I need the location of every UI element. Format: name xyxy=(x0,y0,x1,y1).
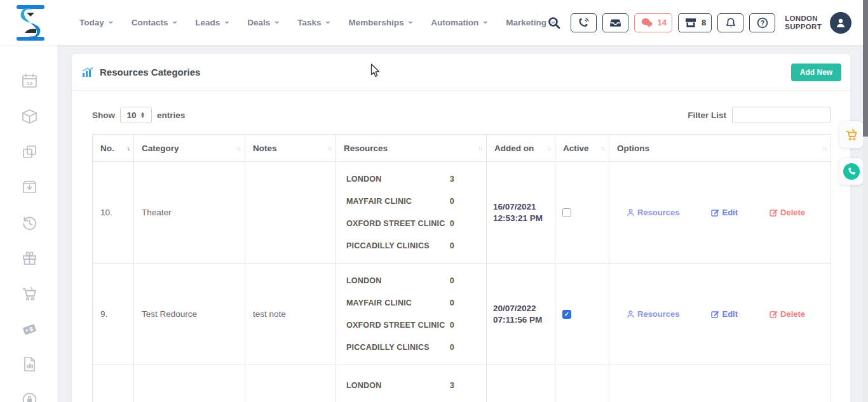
cell-active xyxy=(555,162,609,264)
svg-text:?: ? xyxy=(761,19,764,26)
table-header-row: No.↑↓ Category↑↓ Notes↑↓ Resources↑↓ Add… xyxy=(93,135,831,162)
delete-link[interactable]: Delete xyxy=(770,208,805,217)
resources-categories-card: Resources Categories Add New Show 10 ▲▼ … xyxy=(72,54,850,402)
cell-no: 9. xyxy=(93,264,134,365)
menu-today[interactable]: Today⌄ xyxy=(79,18,114,27)
cell-notes xyxy=(245,365,336,402)
inbox-button[interactable] xyxy=(602,13,628,32)
user-avatar[interactable] xyxy=(830,12,851,34)
secure-icon[interactable] xyxy=(21,391,38,402)
gift-icon[interactable] xyxy=(21,250,38,267)
cell-category: Theater xyxy=(134,162,245,264)
chevron-down-icon: ⌄ xyxy=(325,18,332,23)
active-checkbox[interactable] xyxy=(562,208,571,217)
phone-ring-icon xyxy=(577,17,590,29)
chat-count-badge: 14 xyxy=(658,18,667,27)
cell-active xyxy=(555,365,609,402)
scrollbar-thumb[interactable] xyxy=(863,0,868,137)
resource-line: LONDON0 xyxy=(346,270,454,292)
delete-link[interactable]: Delete xyxy=(770,309,805,319)
search-icon[interactable] xyxy=(547,16,561,30)
package-icon[interactable] xyxy=(21,108,38,125)
calls-button[interactable] xyxy=(571,13,597,32)
resource-line: PICCADILLY CLINICS0 xyxy=(346,235,454,257)
cell-category xyxy=(134,365,245,402)
menu-leads[interactable]: Leads⌄ xyxy=(195,18,230,27)
bell-icon xyxy=(724,17,737,29)
edit-icon xyxy=(711,310,719,318)
menu-memberships[interactable]: Memberships⌄ xyxy=(348,18,414,27)
resource-line: OXFORD STREET CLINIC0 xyxy=(346,314,454,337)
page-scrollbar[interactable] xyxy=(863,0,868,402)
header-category[interactable]: Category↑↓ xyxy=(134,135,245,162)
app-logo-icon[interactable] xyxy=(14,4,47,42)
chevron-down-icon: ⌄ xyxy=(273,18,280,23)
cell-added-on: 16/07/202112:53:21 PM xyxy=(487,162,555,264)
resource-line: LONDON3 xyxy=(346,168,454,191)
chevron-down-icon: ⌄ xyxy=(223,18,230,23)
top-navbar: Today⌄ Contacts⌄ Leads⌄ Deals⌄ Tasks⌄ Me… xyxy=(0,0,868,45)
report-icon[interactable] xyxy=(21,356,38,373)
table-controls: Show 10 ▲▼ entries Filter List xyxy=(92,107,831,123)
header-options[interactable]: Options↑↓ xyxy=(609,135,831,162)
coupon-icon[interactable]: $ xyxy=(21,321,38,338)
edit-link[interactable]: Edit xyxy=(711,309,738,319)
page-size-select[interactable]: 10 ▲▼ xyxy=(120,107,152,123)
resources-categories-table: No.↑↓ Category↑↓ Notes↑↓ Resources↑↓ Add… xyxy=(92,134,831,402)
chevron-down-icon: ⌄ xyxy=(407,18,414,23)
cart-icon[interactable] xyxy=(21,285,38,302)
cell-added-on: 20/07/202207:11:56 PM xyxy=(487,264,555,365)
notifications-button[interactable] xyxy=(717,13,743,32)
table-row: 10. Theater LONDON3 MAYFAIR CLINIC0 OXFO… xyxy=(93,162,831,264)
store-button[interactable]: 8 xyxy=(678,13,712,32)
store-icon xyxy=(684,17,698,29)
edit-link[interactable]: Edit xyxy=(711,208,738,217)
chat-button[interactable]: 14 xyxy=(634,13,672,32)
show-label: Show xyxy=(92,111,115,120)
quick-cart-button[interactable] xyxy=(839,121,863,148)
menu-deals[interactable]: Deals⌄ xyxy=(247,18,280,27)
cell-no xyxy=(93,365,134,402)
card-header: Resources Categories Add New xyxy=(72,54,850,91)
menu-contacts[interactable]: Contacts⌄ xyxy=(132,18,179,27)
resources-link[interactable]: Resources xyxy=(627,309,679,319)
delete-icon xyxy=(770,208,778,217)
cell-notes xyxy=(245,162,336,264)
cell-options xyxy=(609,365,831,402)
calendar-icon[interactable]: 12 xyxy=(21,72,38,90)
chat-bubbles-icon xyxy=(640,17,654,29)
cell-resources: LONDON3 MAYFAIR CLINIC0 xyxy=(336,365,487,402)
entries-label: entries xyxy=(157,111,185,120)
header-resources[interactable]: Resources↑↓ xyxy=(336,135,487,162)
help-button[interactable]: ? xyxy=(749,13,775,32)
resource-line: PICCADILLY CLINICS0 xyxy=(346,337,454,359)
delete-icon xyxy=(770,310,778,318)
filter-input[interactable] xyxy=(732,107,831,123)
resources-link[interactable]: Resources xyxy=(627,208,679,217)
cell-notes: test note xyxy=(245,264,336,365)
table-row: 9. Test Redource test note LONDON0 MAYFA… xyxy=(93,264,831,365)
header-no[interactable]: No.↑↓ xyxy=(93,135,134,162)
page-title: Resources Categories xyxy=(81,67,200,78)
booking-icon[interactable] xyxy=(21,178,38,196)
copy-icon[interactable] xyxy=(21,144,38,161)
person-icon xyxy=(834,17,847,29)
quick-phone-button[interactable] xyxy=(839,158,863,185)
add-new-button[interactable]: Add New xyxy=(791,64,841,81)
chevron-down-icon: ⌄ xyxy=(171,18,178,23)
header-notes[interactable]: Notes↑↓ xyxy=(245,135,336,162)
cell-active: ✓ xyxy=(555,264,609,365)
menu-tasks[interactable]: Tasks⌄ xyxy=(297,18,331,27)
chevron-down-icon: ⌄ xyxy=(107,18,114,23)
inbox-icon xyxy=(609,17,622,29)
person-icon xyxy=(627,208,635,217)
header-active[interactable]: Active↑↓ xyxy=(555,135,609,162)
store-count-badge: 8 xyxy=(702,18,706,27)
menu-automation[interactable]: Automation⌄ xyxy=(431,18,489,27)
history-icon[interactable] xyxy=(21,215,38,232)
active-checkbox[interactable]: ✓ xyxy=(562,310,571,319)
header-added-on[interactable]: Added on↑↓ xyxy=(487,135,555,162)
edit-icon xyxy=(711,208,719,217)
resource-line: MAYFAIR CLINIC0 xyxy=(346,396,454,402)
cart-icon xyxy=(844,127,859,142)
